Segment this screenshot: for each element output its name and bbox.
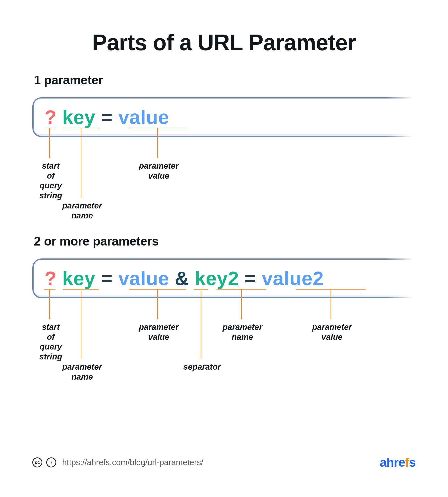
diagram-2: ? key = value & key2 = value2 start of q…	[32, 258, 416, 398]
token-equals: =	[101, 267, 113, 290]
token-qmark: ?	[45, 106, 57, 129]
space	[57, 267, 62, 290]
footer: cc i https://ahrefs.com/blog/url-paramet…	[32, 455, 416, 470]
token-ampersand: &	[175, 267, 189, 290]
space	[95, 106, 101, 129]
by-icon: i	[46, 457, 56, 467]
space	[189, 267, 195, 290]
space	[95, 267, 101, 290]
token-qmark: ?	[45, 267, 57, 290]
space	[57, 106, 62, 129]
token-key: key	[62, 267, 95, 290]
token-key2: key2	[195, 267, 239, 290]
ahrefs-logo: ahrefs	[380, 455, 416, 470]
section1-heading: 1 parameter	[34, 73, 416, 87]
token-key: key	[62, 106, 95, 129]
space	[239, 267, 245, 290]
cc-icon: cc	[32, 457, 42, 467]
space	[113, 106, 118, 129]
token-equals: =	[101, 106, 113, 129]
diagram-1: ? key = value start of query string para…	[32, 97, 416, 227]
space	[256, 267, 262, 290]
token-value2: value2	[262, 267, 324, 290]
space	[169, 267, 175, 290]
source-url: https://ahrefs.com/blog/url-parameters/	[62, 458, 203, 467]
page-title: Parts of a URL Parameter	[32, 30, 416, 55]
url-bar-1: ? key = value	[32, 97, 416, 137]
space	[113, 267, 118, 290]
token-value: value	[118, 106, 169, 129]
section2-heading: 2 or more parameters	[34, 234, 416, 248]
url-bar-2: ? key = value & key2 = value2	[32, 258, 416, 298]
token-equals2: =	[245, 267, 256, 290]
token-value: value	[118, 267, 169, 290]
